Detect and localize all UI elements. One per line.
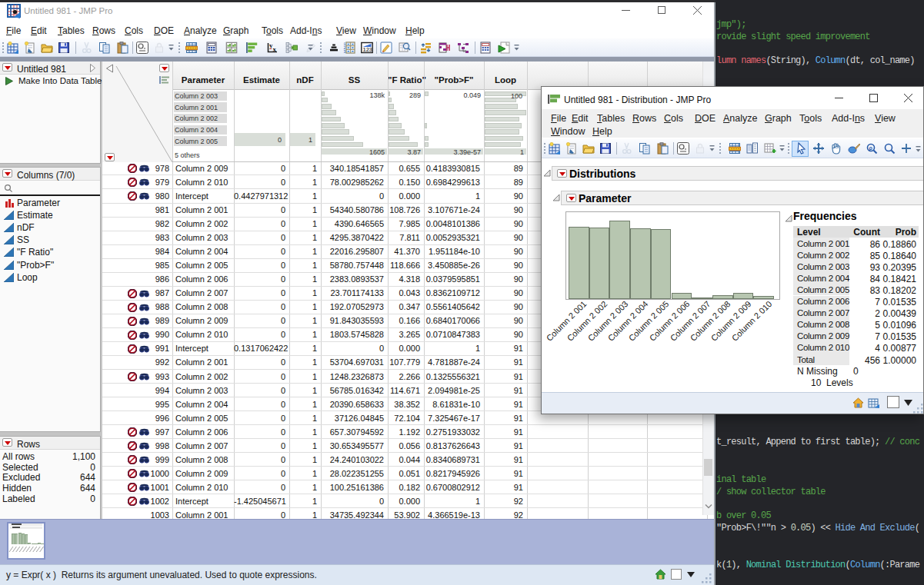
svg-text:ρ: ρ [869, 145, 873, 151]
svg-text:x: x [273, 45, 277, 53]
svg-text:3: 3 [344, 50, 346, 54]
svg-text:123: 123 [363, 46, 373, 53]
